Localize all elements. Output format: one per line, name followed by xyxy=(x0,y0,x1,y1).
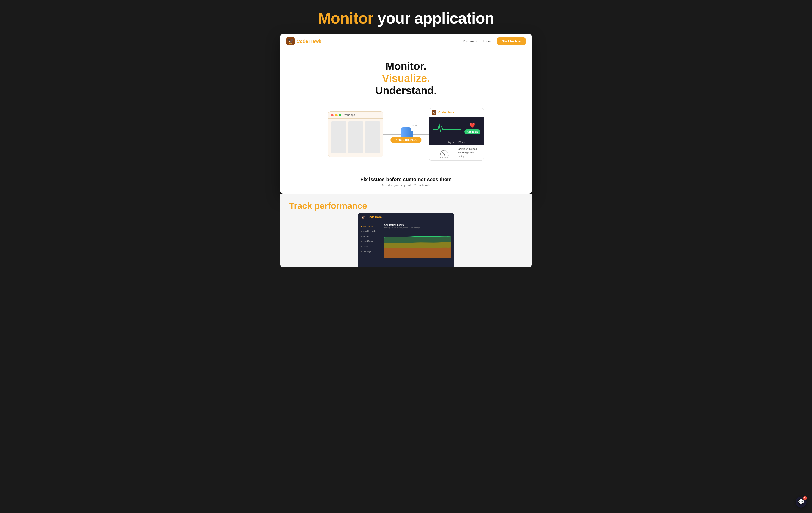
start-for-free-button[interactable]: Start for free xyxy=(497,37,525,45)
logo-text: Code Hawk xyxy=(296,39,321,44)
req-rate-label: Req rate xyxy=(440,156,448,159)
app-window-content xyxy=(328,119,383,156)
app-col-2 xyxy=(348,121,363,153)
demo-area: Your app HTTP ✂ PULL THE PLUG xyxy=(280,106,532,170)
dial-area: 100 50 10 Req rate xyxy=(432,147,456,159)
avg-time: Avg time: 100 ms xyxy=(429,140,484,145)
hawk-emoji: 🦅 xyxy=(288,38,294,44)
sidebar-dot-vitals xyxy=(361,226,362,227)
logo-icon: 🦅 xyxy=(287,37,295,45)
dash-section-title: Application health xyxy=(384,224,451,226)
svg-text:100: 100 xyxy=(440,154,442,156)
chat-badge: 1 xyxy=(803,496,807,500)
heart-icon: ❤️ xyxy=(469,122,475,128)
sidebar-dot-tests xyxy=(361,246,362,247)
pull-plug-button[interactable]: ✂ PULL THE PLUG xyxy=(390,137,421,143)
app-up-badge: App is up xyxy=(464,130,481,134)
monitor-titlebar: 🦅 Code Hawk xyxy=(429,108,484,117)
hawk-status-line2: Everything looks healthy. xyxy=(457,151,481,158)
heartbeat-chart xyxy=(432,121,462,135)
fix-title: Fix issues before customer sees them xyxy=(285,177,527,182)
window-dot-red xyxy=(331,114,334,116)
dash-titlebar: 🦅 Code Hawk xyxy=(358,213,454,222)
browser-frame: 🦅 Code Hawk Roadmap Login Start for free… xyxy=(280,34,532,194)
heartbeat-svg xyxy=(432,121,462,134)
roadmap-link[interactable]: Roadmap xyxy=(463,39,476,43)
dash-section-sub: Track pulse for uptime, speed or percent… xyxy=(384,227,451,229)
dash-body: Site Vitals Health checks Rules Workflow… xyxy=(358,222,454,267)
connector-right-line xyxy=(411,134,429,135)
sidebar-label-workflows: Workflows xyxy=(364,240,373,243)
logo-text-black: Code xyxy=(296,39,309,44)
window-dot-green xyxy=(339,114,342,116)
connector-left-line xyxy=(383,134,401,135)
app-col-3 xyxy=(365,121,380,153)
app-window: Your app xyxy=(328,111,383,157)
dash-sidebar: Site Vitals Health checks Rules Workflow… xyxy=(358,222,381,267)
dashboard-preview: 🦅 Code Hawk Site Vitals Health checks Ru… xyxy=(358,213,454,267)
logo-text-orange: Hawk xyxy=(309,39,321,44)
hero-section: Monitor. Visualize. Understand. xyxy=(280,49,532,106)
svg-text:50: 50 xyxy=(443,154,445,156)
hero-line1: Monitor. xyxy=(386,60,427,72)
dash-logo-text: Code Hawk xyxy=(368,216,382,219)
monitor-logo-black: Code xyxy=(438,111,446,114)
fix-section: Fix issues before customer sees them Mon… xyxy=(280,170,532,194)
hawk-status: Hawk is on the look. Everything looks he… xyxy=(457,147,481,158)
bottom-section: Track performance 🦅 Code Hawk Site Vital… xyxy=(280,194,532,267)
app-window-title: Your app xyxy=(344,113,355,117)
login-link[interactable]: Login xyxy=(483,39,491,43)
app-col-1 xyxy=(331,121,346,153)
page-bg-title: Monitor your application xyxy=(5,9,807,27)
monitor-logo-text: Code Hawk xyxy=(438,111,454,114)
nav-logo: 🦅 Code Hawk xyxy=(287,37,321,45)
hero-title: Monitor. Visualize. Understand. xyxy=(285,60,527,97)
hero-line2: Visualize. xyxy=(285,73,527,85)
hero-line3: Understand. xyxy=(375,85,437,96)
track-performance-title: Track performance xyxy=(280,201,376,211)
sidebar-item-tests[interactable]: Tests xyxy=(358,244,381,249)
dash-logo-orange: Hawk xyxy=(375,216,382,219)
sidebar-item-rules[interactable]: Rules xyxy=(358,234,381,239)
status-badge-area: ❤️ App is up xyxy=(464,122,481,134)
app-window-titlebar: Your app xyxy=(328,112,383,119)
monitor-logo-orange: Hawk xyxy=(446,111,454,114)
health-chart-svg xyxy=(384,231,451,258)
chat-bubble[interactable]: 💬 1 xyxy=(795,496,807,508)
monitor-panel: 🦅 Code Hawk ❤️ App is up Avg time: 100 m… xyxy=(429,108,484,161)
page-title-white: your application xyxy=(374,9,494,27)
monitor-logo-icon: 🦅 xyxy=(432,110,436,115)
sidebar-label-health: Health checks xyxy=(364,230,376,232)
navbar: 🦅 Code Hawk Roadmap Login Start for free xyxy=(280,34,532,49)
sidebar-dot-rules xyxy=(361,236,362,237)
monitor-main: ❤️ App is up xyxy=(429,117,484,140)
sidebar-label-vitals: Site Vitals xyxy=(364,225,373,227)
sidebar-dot-workflows xyxy=(361,241,362,242)
sidebar-label-rules: Rules xyxy=(364,235,369,237)
sidebar-item-settings[interactable]: Settings xyxy=(358,249,381,254)
fix-subtitle: Monitor your app with Code Hawk xyxy=(285,183,527,187)
http-label: HTTP xyxy=(412,124,418,126)
sidebar-label-settings: Settings xyxy=(364,250,371,253)
nav-links: Roadmap Login Start for free xyxy=(463,37,525,45)
connector: HTTP ✂ PULL THE PLUG xyxy=(383,127,429,141)
dash-logo-black: Code xyxy=(368,216,375,219)
sidebar-item-vitals[interactable]: Site Vitals xyxy=(358,224,381,229)
sidebar-item-health[interactable]: Health checks xyxy=(358,229,381,234)
sidebar-dot-health xyxy=(361,231,362,232)
dial-svg: 100 50 10 xyxy=(438,147,450,156)
sidebar-dot-settings xyxy=(361,251,362,252)
page-title-orange: Monitor xyxy=(318,9,373,27)
svg-text:10: 10 xyxy=(447,154,449,156)
sidebar-label-tests: Tests xyxy=(364,245,368,248)
page-header: Monitor your application xyxy=(0,0,812,34)
sidebar-item-workflows[interactable]: Workflows xyxy=(358,239,381,244)
dash-main: Application health Track pulse for uptim… xyxy=(381,222,454,267)
monitor-bottom: 100 50 10 Req rate Hawk is on the look. … xyxy=(429,145,484,160)
hawk-status-line1: Hawk is on the look. xyxy=(457,147,481,151)
dash-chart xyxy=(384,231,451,258)
window-dot-yellow xyxy=(335,114,338,116)
chat-icon: 💬 xyxy=(798,499,804,505)
